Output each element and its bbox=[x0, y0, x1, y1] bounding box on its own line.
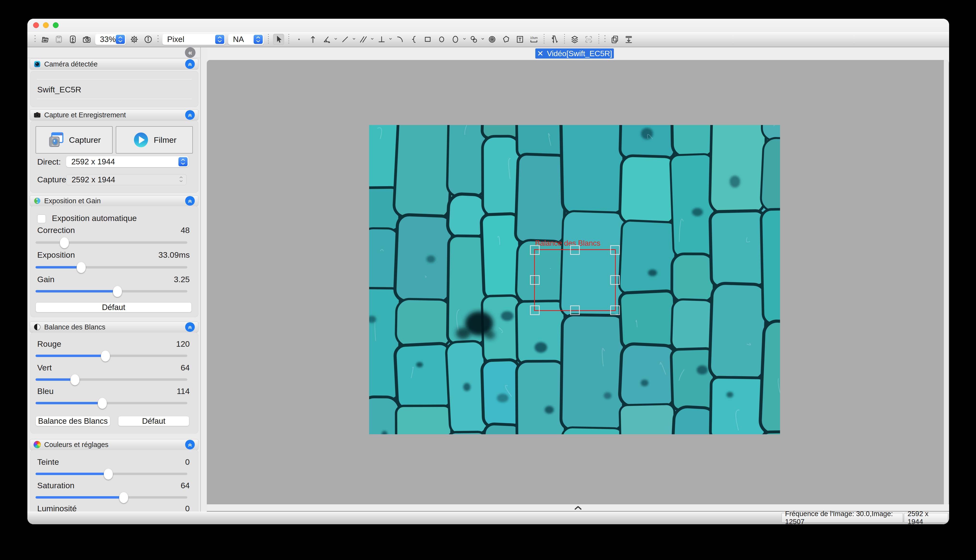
frame-rate-status: Fréquence de l'Image: 30.0,Image: 12507 bbox=[782, 513, 903, 523]
perpendicular-icon[interactable] bbox=[376, 34, 387, 45]
camera-device-name[interactable]: Swift_EC5R bbox=[37, 85, 81, 94]
roi-handle[interactable] bbox=[570, 245, 580, 255]
ellipse-icon[interactable] bbox=[450, 34, 461, 45]
open-folder-icon[interactable] bbox=[39, 34, 50, 45]
chevron-down-icon[interactable] bbox=[370, 37, 374, 42]
pixel-select[interactable]: Pixel bbox=[162, 34, 225, 45]
slider-track[interactable] bbox=[35, 355, 187, 357]
stepper-icon[interactable] bbox=[215, 35, 224, 44]
record-video-button[interactable]: Filmer bbox=[116, 126, 193, 153]
roi-handle[interactable] bbox=[610, 275, 620, 285]
slider-thumb[interactable] bbox=[60, 237, 69, 248]
import-icon[interactable] bbox=[623, 34, 634, 45]
stepper-icon[interactable] bbox=[179, 157, 187, 166]
panel-header-white-balance[interactable]: Balance des Blancs bbox=[30, 322, 198, 333]
white-balance-button[interactable]: Balance des Blancs bbox=[35, 416, 110, 426]
slider-track[interactable] bbox=[35, 378, 187, 381]
roi-handle[interactable] bbox=[610, 305, 620, 315]
roi-handle[interactable] bbox=[570, 305, 580, 315]
zoom-select[interactable]: 33% bbox=[95, 34, 126, 45]
roi-handle[interactable] bbox=[530, 305, 540, 315]
circle-icon[interactable] bbox=[436, 34, 447, 45]
gain-slider[interactable] bbox=[35, 286, 187, 297]
chevron-down-icon[interactable] bbox=[352, 37, 356, 42]
camera-timer-icon[interactable] bbox=[81, 34, 92, 45]
slider-thumb[interactable] bbox=[101, 350, 110, 362]
saturation-slider[interactable] bbox=[35, 492, 187, 503]
sidebar-collapse-button[interactable]: « bbox=[185, 47, 196, 58]
panel-header-capture[interactable]: Capture et Enregistrement bbox=[30, 109, 198, 120]
cursor-icon[interactable] bbox=[273, 34, 284, 45]
collapse-chevron-icon[interactable] bbox=[185, 59, 195, 69]
sidebar-scroll-lane[interactable] bbox=[201, 47, 207, 512]
capture-resolution-select[interactable]: 2592 x 1944 bbox=[66, 174, 187, 185]
calipers-icon[interactable] bbox=[549, 34, 560, 45]
angle-icon[interactable] bbox=[321, 34, 333, 45]
layers-icon[interactable] bbox=[569, 34, 580, 45]
collapse-chevron-icon[interactable] bbox=[185, 440, 195, 449]
slider-track[interactable] bbox=[35, 290, 187, 292]
stepper-icon[interactable] bbox=[116, 35, 125, 44]
slider-track[interactable] bbox=[35, 266, 187, 268]
chevron-down-icon[interactable] bbox=[463, 37, 466, 42]
slider-track[interactable] bbox=[35, 402, 187, 404]
tab-video[interactable]: ✕ Vidéo[Swift_EC5R] bbox=[535, 48, 614, 58]
vert-slider[interactable] bbox=[35, 374, 187, 385]
camera-flash-icon[interactable] bbox=[67, 34, 78, 45]
collapse-chevron-icon[interactable] bbox=[185, 196, 195, 206]
minimize-window-button[interactable] bbox=[43, 22, 49, 28]
correction-slider[interactable] bbox=[35, 237, 187, 248]
slider-thumb[interactable] bbox=[113, 286, 122, 297]
slider-track[interactable] bbox=[35, 242, 187, 244]
close-window-button[interactable] bbox=[33, 22, 39, 28]
panel-header-camera[interactable]: Caméra détectée bbox=[30, 58, 198, 70]
arrow-up-icon[interactable] bbox=[308, 34, 318, 45]
slider-track[interactable] bbox=[35, 496, 187, 498]
slider-thumb[interactable] bbox=[98, 398, 107, 409]
capture-photo-button[interactable]: Capturer bbox=[35, 126, 113, 153]
polygon-icon[interactable] bbox=[500, 34, 511, 45]
slider-thumb[interactable] bbox=[77, 262, 86, 273]
bleu-slider[interactable] bbox=[35, 398, 187, 408]
slider-thumb[interactable] bbox=[70, 374, 80, 385]
white-balance-default-button[interactable]: Défaut bbox=[118, 416, 189, 426]
white-balance-roi[interactable] bbox=[534, 249, 616, 311]
live-resolution-select[interactable]: 2592 x 1944 bbox=[66, 156, 189, 167]
roi-handle[interactable] bbox=[530, 275, 540, 285]
teinte-slider[interactable] bbox=[35, 468, 187, 479]
video-canvas[interactable]: Balance des Blancs bbox=[207, 60, 949, 504]
curve-icon[interactable] bbox=[408, 34, 419, 45]
point-icon[interactable] bbox=[294, 34, 304, 45]
slider-thumb[interactable] bbox=[119, 492, 128, 503]
info-icon[interactable] bbox=[143, 34, 154, 45]
na-select[interactable]: NA bbox=[228, 34, 264, 45]
line-icon[interactable] bbox=[339, 34, 351, 45]
text-icon[interactable] bbox=[515, 34, 525, 45]
tab-close-icon[interactable]: ✕ bbox=[537, 49, 543, 58]
scale-bar-icon[interactable]: 10um bbox=[528, 34, 540, 45]
copy-icon[interactable] bbox=[609, 34, 620, 45]
concentric-circles-icon[interactable] bbox=[486, 34, 498, 45]
linked-circles-icon[interactable] bbox=[468, 34, 480, 45]
roi-handle[interactable] bbox=[530, 245, 540, 255]
rouge-slider[interactable] bbox=[35, 350, 187, 361]
roi-handle[interactable] bbox=[610, 245, 620, 255]
exposure-default-button[interactable]: Défaut bbox=[35, 302, 192, 312]
collapse-chevron-icon[interactable] bbox=[185, 110, 195, 120]
stepper-icon[interactable] bbox=[254, 35, 263, 44]
chevron-down-icon[interactable] bbox=[334, 37, 338, 42]
chevron-down-icon[interactable] bbox=[389, 37, 393, 42]
collapse-chevron-icon[interactable] bbox=[185, 322, 195, 332]
zoom-window-button[interactable] bbox=[53, 22, 58, 28]
panel-header-colors[interactable]: Couleurs et réglages bbox=[30, 439, 198, 450]
parallel-lines-icon[interactable] bbox=[358, 34, 369, 45]
canvas-scroll-lane[interactable] bbox=[944, 60, 949, 504]
exposition-slider[interactable] bbox=[35, 262, 187, 273]
auto-exposure-checkbox[interactable] bbox=[37, 215, 46, 223]
panel-header-exposure[interactable]: Exposition et Gain bbox=[30, 195, 198, 206]
slider-thumb[interactable] bbox=[104, 468, 113, 480]
chevron-down-icon[interactable] bbox=[481, 37, 485, 42]
settings-gear-icon[interactable] bbox=[129, 34, 140, 45]
rectangle-icon[interactable] bbox=[422, 34, 433, 45]
arc-icon[interactable] bbox=[394, 34, 405, 45]
